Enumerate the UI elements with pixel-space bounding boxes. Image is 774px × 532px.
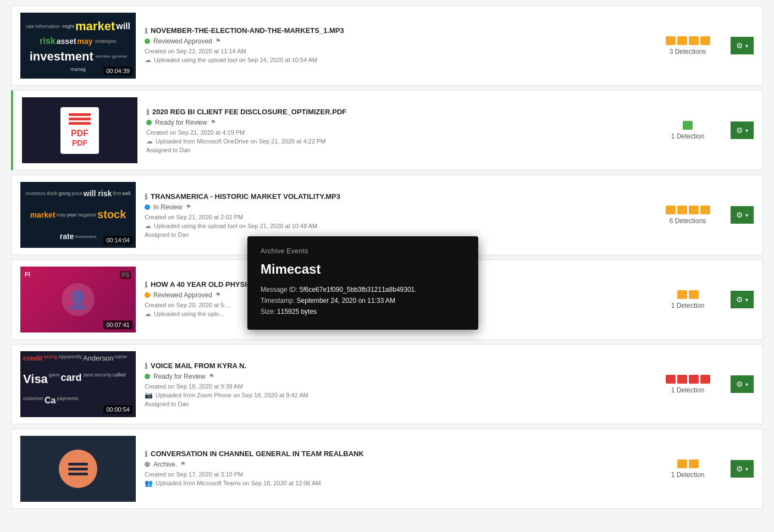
detection-bar xyxy=(677,206,687,214)
item-status: Ready for Review ⚑ xyxy=(145,373,644,380)
created-meta: Created on Sep 17, 2020 at 3:10 PM xyxy=(145,471,644,478)
info-icon: ℹ xyxy=(145,362,147,370)
action-button[interactable]: ⚙ ▾ xyxy=(731,460,754,478)
status-dot xyxy=(145,38,150,44)
archive-flag-icon: ⚑ xyxy=(215,291,221,298)
created-meta: Created on Sep 21, 2020 at 2:02 PM xyxy=(145,214,644,220)
status-label: Archive. xyxy=(153,461,177,468)
detection-area: 1 Detection xyxy=(655,290,721,309)
info-icon: ℹ xyxy=(145,192,147,201)
item-info: ℹ TRANSAMERICA - HISTORIC MARKET VOLATIL… xyxy=(145,192,644,238)
upload-icon: ☁ xyxy=(145,56,151,64)
status-label: Reviewed Approved xyxy=(153,37,212,45)
archive-flag-icon: ⚑ xyxy=(215,37,221,45)
info-icon: ℹ xyxy=(145,280,147,289)
status-dot xyxy=(145,204,150,210)
detection-bar xyxy=(677,290,687,299)
action-button[interactable]: ⚙ ▾ xyxy=(731,291,754,308)
thumbnail xyxy=(20,436,136,502)
popup-size: Size: 115925 bytes xyxy=(261,308,465,315)
detection-bar xyxy=(666,36,676,45)
status-dot xyxy=(146,120,152,125)
info-icon: ℹ xyxy=(145,450,147,458)
popup-header: Archive Events xyxy=(261,247,465,255)
detection-bars xyxy=(677,459,699,468)
teams-logo xyxy=(59,450,97,488)
action-button[interactable]: ⚙ ▾ xyxy=(731,37,754,54)
list-item: rate information might market will risk … xyxy=(11,5,763,86)
uploaded-meta: ☁ Uploaded from Microsoft OneDrive on Se… xyxy=(146,137,644,145)
created-meta: Created on Sep 21, 2020 at 4:19 PM xyxy=(146,129,644,136)
detection-bar xyxy=(683,121,693,130)
status-label: Ready for Review xyxy=(153,373,206,380)
detection-bars xyxy=(666,206,710,214)
chevron-down-icon: ▾ xyxy=(745,466,748,472)
upload-icon: ☁ xyxy=(145,310,151,318)
detection-bars xyxy=(666,375,710,384)
list-item: credit wrong Apparently Anderson name Vi… xyxy=(11,344,763,424)
detection-area: 1 Detection xyxy=(655,375,721,394)
archive-flag-icon: ⚑ xyxy=(211,119,216,126)
duration-badge: 00:04:39 xyxy=(103,66,132,75)
detection-bar xyxy=(677,375,687,384)
item-info: ℹ CONVERSATION IN CHANNEL GENERAL IN TEA… xyxy=(145,450,644,489)
gear-icon: ⚙ xyxy=(736,295,743,304)
thumbnail: rate information might market will risk … xyxy=(20,13,136,79)
chevron-down-icon: ▾ xyxy=(745,43,748,49)
chevron-down-icon: ▾ xyxy=(745,297,748,303)
detection-bar xyxy=(689,206,699,214)
item-title: ℹ CONVERSATION IN CHANNEL GENERAL IN TEA… xyxy=(145,450,644,458)
onedrive-icon: ☁ xyxy=(146,137,153,145)
uploaded-meta: 👥 Uploaded from Microsoft Teams on Sep 1… xyxy=(145,479,644,487)
detection-bar xyxy=(689,36,699,45)
uploaded-meta: ☁ Uploaded using the upload tool on Sep … xyxy=(145,222,644,230)
archive-events-popup[interactable]: Archive Events Mimecast Message ID: 5f6c… xyxy=(247,236,478,330)
item-info: ℹ NOVEMBER-THE-ELECTION-AND-THE-MARKETS_… xyxy=(145,26,644,65)
detection-label: 1 Detection xyxy=(671,302,705,309)
action-button[interactable]: ⚙ ▾ xyxy=(731,121,754,139)
action-button[interactable]: ⚙ ▾ xyxy=(731,206,754,224)
archive-flag-icon: ⚑ xyxy=(180,461,186,468)
created-meta: Created on Sep 22, 2020 at 11:14 AM xyxy=(145,48,644,54)
archive-flag-icon: ⚑ xyxy=(209,373,214,380)
item-status: Reviewed Approved ⚑ xyxy=(145,37,644,45)
detection-bars xyxy=(677,290,699,299)
gear-icon: ⚙ xyxy=(736,41,743,50)
item-info: ℹ 2020 REG BI CLIENT FEE DISCLOSURE_OPTI… xyxy=(146,108,644,153)
assigned-meta: Assigned to Dan xyxy=(145,401,644,407)
detection-bar xyxy=(689,459,699,468)
thumbnail: investors think going price will risk fi… xyxy=(20,182,136,248)
detection-area: 6 Detections xyxy=(655,206,721,225)
status-dot xyxy=(145,374,150,379)
detection-label: 1 Detection xyxy=(671,132,705,140)
assigned-meta: Assigned to Dan xyxy=(146,147,644,153)
thumbnail: PDF xyxy=(22,97,137,163)
chevron-down-icon: ▾ xyxy=(745,381,748,387)
detection-area: 1 Detection xyxy=(655,459,721,479)
action-button[interactable]: ⚙ ▾ xyxy=(731,375,754,393)
detection-bar xyxy=(666,206,676,214)
detection-label: 6 Detections xyxy=(670,217,706,225)
duration-badge: 00:07:41 xyxy=(103,320,132,329)
item-info: ℹ VOICE MAIL FROM KYRA N. Ready for Revi… xyxy=(145,362,644,407)
detection-bar xyxy=(700,206,710,214)
upload-icon: ☁ xyxy=(145,222,151,230)
duration-badge: 00:00:54 xyxy=(103,405,132,414)
popup-message-id: Message ID: 5f6ce67e1f090_5bb3fb31211a8b… xyxy=(261,286,465,293)
list-item: PDF ℹ 2020 REG BI CLIENT FEE DISCLOSURE_… xyxy=(11,90,763,170)
thumbnail: credit wrong Apparently Anderson name Vi… xyxy=(20,351,136,417)
detection-bar xyxy=(689,375,699,384)
list-item: ℹ CONVERSATION IN CHANNEL GENERAL IN TEA… xyxy=(11,429,763,509)
status-label: In Review xyxy=(153,203,183,211)
duration-badge: 00:14:04 xyxy=(103,236,132,245)
detection-bars xyxy=(666,36,710,45)
status-dot xyxy=(145,462,150,467)
detection-bar xyxy=(700,375,710,384)
detection-bar xyxy=(677,459,687,468)
zoom-icon: 📷 xyxy=(145,391,153,399)
detection-label: 3 Detections xyxy=(670,48,706,56)
uploaded-meta: ☁ Uploaded using the upload tool on Sep … xyxy=(145,56,644,64)
detection-bars xyxy=(683,121,693,130)
item-status: In Review ⚑ xyxy=(145,203,644,211)
gear-icon: ⚙ xyxy=(736,464,743,473)
